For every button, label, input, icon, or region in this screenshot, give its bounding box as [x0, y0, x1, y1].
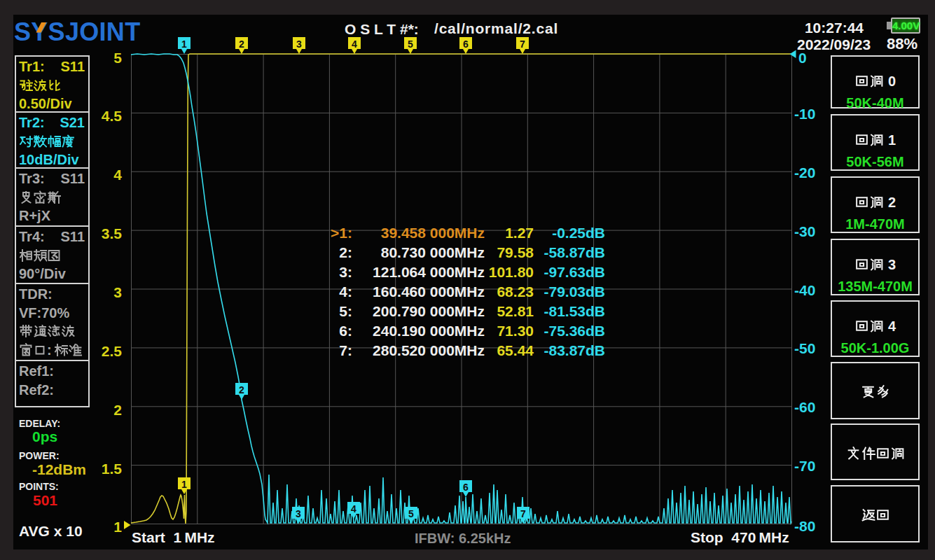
- svg-text:2: 2: [239, 384, 244, 396]
- svg-text:6: 6: [463, 482, 469, 493]
- svg-text:6: 6: [463, 38, 469, 50]
- svg-text:1: 1: [181, 479, 187, 490]
- svg-text:3: 3: [296, 38, 302, 50]
- svg-text:2: 2: [239, 38, 244, 50]
- svg-text:7: 7: [520, 38, 525, 50]
- svg-text:1: 1: [181, 38, 187, 50]
- svg-text:7: 7: [520, 508, 526, 519]
- svg-text:3: 3: [296, 508, 301, 519]
- svg-text:5: 5: [408, 508, 414, 519]
- svg-text:4: 4: [352, 38, 357, 50]
- svg-text:4: 4: [351, 503, 356, 514]
- svg-text:5: 5: [408, 38, 413, 50]
